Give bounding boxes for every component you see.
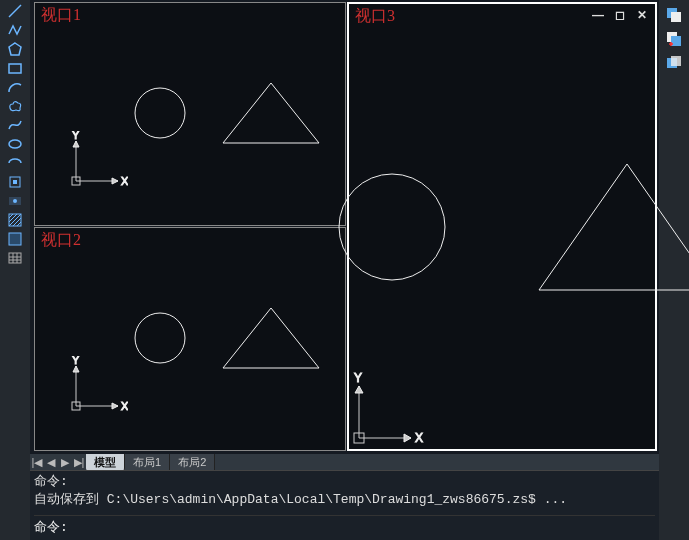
layout-tabbar: |◀ ◀ ▶ ▶| 模型 布局1 布局2 — [30, 454, 659, 470]
viewport-3[interactable]: 视口3 — ◻ ✕ X Y — [347, 2, 657, 451]
command-history-line: 自动保存到 C:\Users\admin\AppData\Local\Temp\… — [34, 491, 655, 509]
svg-marker-38 — [73, 366, 79, 372]
tab-nav-first[interactable]: |◀ — [30, 455, 44, 469]
tool-spline[interactable] — [3, 116, 27, 134]
tool-layer-merge[interactable] — [662, 52, 686, 74]
svg-point-26 — [135, 88, 185, 138]
tool-rectangle[interactable] — [3, 59, 27, 77]
tool-table[interactable] — [3, 249, 27, 267]
svg-rect-25 — [671, 56, 681, 66]
svg-rect-21 — [671, 12, 681, 22]
tool-line[interactable] — [3, 2, 27, 20]
svg-marker-27 — [223, 83, 319, 143]
svg-point-42 — [339, 174, 445, 280]
command-prompt: 命令: — [34, 518, 68, 536]
maximize-button[interactable]: ◻ — [613, 8, 627, 22]
viewport-3-label: 视口3 — [355, 6, 395, 27]
svg-rect-15 — [9, 253, 21, 263]
svg-line-13 — [17, 222, 21, 226]
tool-hatch[interactable] — [3, 211, 27, 229]
svg-text:Y: Y — [354, 371, 362, 385]
window-controls: — ◻ ✕ — [591, 8, 649, 22]
svg-point-33 — [135, 313, 185, 363]
svg-marker-43 — [539, 164, 689, 290]
tool-arc[interactable] — [3, 78, 27, 96]
command-input[interactable] — [72, 520, 655, 535]
left-toolbar — [0, 0, 30, 540]
tool-layer-overlay[interactable] — [662, 4, 686, 26]
axis-x-label: X — [121, 175, 128, 187]
svg-marker-34 — [223, 308, 319, 368]
tool-ellipse[interactable] — [3, 135, 27, 153]
svg-line-9 — [9, 214, 13, 218]
tool-point[interactable] — [3, 192, 27, 210]
tab-nav-next[interactable]: ▶ — [58, 455, 72, 469]
viewport-2-label: 视口2 — [41, 230, 81, 251]
svg-line-10 — [9, 214, 17, 222]
tool-region[interactable] — [3, 230, 27, 248]
command-panel: 命令: 自动保存到 C:\Users\admin\AppData\Local\T… — [30, 470, 659, 540]
viewport-2[interactable]: 视口2 X Y — [34, 227, 346, 451]
svg-point-3 — [9, 140, 21, 148]
viewport-1-label: 视口1 — [41, 5, 81, 26]
workspace: 视口1 X Y 视口2 X Y 视口3 — ◻ ✕ — [30, 0, 659, 454]
tab-model[interactable]: 模型 — [86, 454, 125, 471]
svg-rect-14 — [9, 233, 21, 245]
command-input-row: 命令: — [34, 515, 655, 538]
tool-layer-swap[interactable] — [662, 28, 686, 50]
svg-rect-2 — [9, 64, 21, 73]
tab-layout2[interactable]: 布局2 — [170, 454, 215, 471]
svg-marker-45 — [404, 434, 411, 442]
svg-text:Y: Y — [72, 356, 80, 366]
minimize-button[interactable]: — — [591, 8, 605, 22]
tool-revcloud[interactable] — [3, 97, 27, 115]
svg-point-7 — [13, 199, 17, 203]
tab-nav-prev[interactable]: ◀ — [44, 455, 58, 469]
tool-block[interactable] — [3, 173, 27, 191]
tab-layout1[interactable]: 布局1 — [125, 454, 170, 471]
tool-polygon[interactable] — [3, 40, 27, 58]
close-button[interactable]: ✕ — [635, 8, 649, 22]
tool-polyline[interactable] — [3, 21, 27, 39]
tab-nav-last[interactable]: ▶| — [72, 455, 86, 469]
svg-line-12 — [13, 218, 21, 226]
svg-rect-5 — [13, 180, 17, 184]
axis-y-label: Y — [72, 131, 80, 141]
svg-text:X: X — [415, 431, 423, 445]
viewport-1[interactable]: 视口1 X Y — [34, 2, 346, 226]
command-history-line: 命令: — [34, 473, 655, 491]
command-history: 命令: 自动保存到 C:\Users\admin\AppData\Local\T… — [34, 473, 655, 513]
tool-ellipse-arc[interactable] — [3, 154, 27, 172]
svg-marker-31 — [73, 141, 79, 147]
svg-text:X: X — [121, 400, 128, 412]
svg-marker-1 — [9, 43, 21, 55]
svg-marker-29 — [112, 178, 118, 184]
svg-line-0 — [9, 5, 21, 17]
svg-marker-47 — [355, 386, 363, 393]
svg-marker-36 — [112, 403, 118, 409]
